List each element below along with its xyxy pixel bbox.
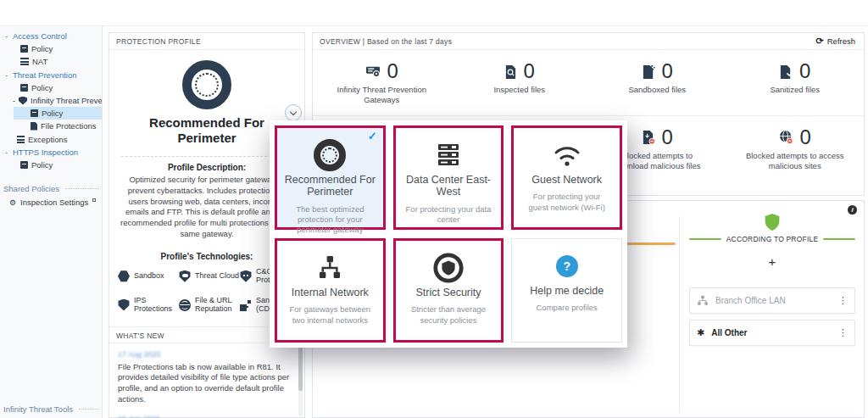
green-line xyxy=(689,238,721,240)
sanitize-cdr-icon xyxy=(240,299,252,311)
divider xyxy=(121,156,292,157)
whats-new-body: 17 Aug 2020 File Protections tab is now … xyxy=(109,343,304,418)
stat-itp-gateways: 0 Infinity Threat Prevention Gateways xyxy=(313,50,451,115)
perimeter-ring-icon xyxy=(314,139,346,171)
external-link-icon xyxy=(92,198,96,202)
sidebar-item-inspection-settings[interactable]: ⚙ Inspection Settings xyxy=(0,196,103,209)
profile-description: Optimized security for perimeter gateway… xyxy=(120,175,294,240)
stat-label: Sanitized files xyxy=(770,85,820,95)
threat-cloud-icon xyxy=(179,270,191,282)
ips-shield-icon xyxy=(118,299,130,311)
stat-sanitized-files: 0 Sanitized files xyxy=(726,50,865,115)
dotted-leader xyxy=(65,188,99,189)
profile-card-title: Guest Network xyxy=(514,174,620,186)
profile-ring-icon xyxy=(182,60,231,109)
kebab-menu-icon[interactable]: ⋮ xyxy=(838,295,848,306)
sandboxed-file-icon xyxy=(642,64,655,79)
sidebar-item-https-policy[interactable]: Policy xyxy=(0,159,103,171)
green-line xyxy=(823,238,855,240)
profile-card-description: For protecting your data center xyxy=(396,204,502,226)
profile-card-title: Help me decide xyxy=(512,285,621,297)
sidebar-item-itp-policy-selected[interactable]: Policy xyxy=(14,107,103,120)
tech-sandbox: Sandbox xyxy=(118,268,179,285)
profile-card-description: Compare profiles xyxy=(512,303,621,313)
cc-protection-icon xyxy=(240,270,252,282)
tech-file-url-reputation: File & URL Reputation xyxy=(179,297,240,314)
wifi-icon xyxy=(552,143,582,167)
help-question-icon: ? xyxy=(556,255,578,277)
sidebar-item-file-protections[interactable]: File Protections xyxy=(0,120,103,132)
according-to-profile-column: ACCORDING TO PROFILE + Branch Office LAN… xyxy=(689,213,855,346)
globe-icon xyxy=(179,299,191,311)
policy-book-icon xyxy=(20,84,28,92)
profile-card-title: Internal Network xyxy=(277,287,383,298)
stat-value: 0 xyxy=(662,125,673,149)
profile-card-title: Data Center East-West xyxy=(396,174,502,198)
blocked-globe-icon xyxy=(779,130,793,145)
kebab-menu-icon[interactable]: ⋮ xyxy=(838,327,848,338)
exceptions-grid-icon xyxy=(17,136,25,143)
scrollbar-thumb[interactable] xyxy=(298,343,303,391)
collapse-caret-icon: - xyxy=(5,148,9,157)
sandbox-icon xyxy=(118,270,130,282)
stat-sandboxed-files: 0 Sandboxed files xyxy=(588,50,726,115)
stat-blocked-sites: 0 Blocked attempts to access malicious s… xyxy=(726,116,865,195)
stat-value: 0 xyxy=(387,59,398,83)
profile-card-title: Strict Security xyxy=(396,287,502,298)
profile-card-strict-security[interactable]: Strict Security Stricter than average se… xyxy=(393,238,504,343)
policy-book-icon xyxy=(20,161,28,169)
infinity-tp-shield-icon xyxy=(19,97,27,105)
profile-name: Recommended For Perimeter xyxy=(131,115,283,146)
nat-grid-icon xyxy=(20,58,29,65)
policy-sidebar: - Access Control Policy NAT - Threat Pre… xyxy=(0,26,103,418)
add-gateway-button[interactable]: + xyxy=(689,254,855,269)
all-other-asterisk-icon: ✱ xyxy=(697,327,704,338)
sidebar-item-exceptions[interactable]: Exceptions xyxy=(0,133,103,146)
whats-new-text: File Protections tab is now available in… xyxy=(118,362,291,405)
profile-card-description: Stricter than average security policies xyxy=(396,304,502,326)
profile-card-description: For protecting your guest network (Wi-Fi… xyxy=(514,192,620,213)
profile-card-description: For gateways between two internal networ… xyxy=(277,304,383,326)
whats-new-date: 17 Aug 2020 xyxy=(118,349,291,359)
sidebar-item-infinity-threat-prevention[interactable]: - Infinity Threat Prevention xyxy=(0,94,103,107)
policy-book-icon xyxy=(31,109,38,117)
profile-dropdown-button[interactable] xyxy=(285,104,302,121)
profile-card-title: Recommended For Perimeter xyxy=(277,174,383,198)
server-stack-icon xyxy=(434,143,463,167)
gateway-card-all-other[interactable]: ✱ All Other ⋮ xyxy=(689,320,855,346)
tech-threat-cloud: Threat Cloud xyxy=(179,268,240,285)
stat-label: Sandboxed files xyxy=(628,85,686,95)
profile-card-internal-network[interactable]: Internal Network For gateways between tw… xyxy=(275,238,386,343)
sidebar-item-access-policy[interactable]: Policy xyxy=(0,42,103,55)
stat-inspected-files: 0 Inspected files xyxy=(451,50,589,115)
sidebar-section-infinity-threat-tools: Infinity Threat Tools xyxy=(0,403,103,415)
network-tree-icon xyxy=(697,295,709,306)
blocked-file-icon xyxy=(642,130,655,145)
sidebar-item-nat[interactable]: NAT xyxy=(0,55,103,68)
profile-card-guest-network[interactable]: Guest Network For protecting your guest … xyxy=(511,125,622,230)
strict-security-icon xyxy=(432,252,465,284)
collapse-caret-icon: - xyxy=(13,97,15,105)
whats-new-date: 16 Jun 2020 xyxy=(118,414,291,418)
according-to-profile-label: ACCORDING TO PROFILE xyxy=(726,235,819,243)
sidebar-item-tp-policy[interactable]: Policy xyxy=(0,81,103,94)
gateway-name: All Other xyxy=(711,328,832,337)
sanitized-file-icon xyxy=(779,64,793,79)
help-me-decide-card[interactable]: ? Help me decide Compare profiles xyxy=(511,238,622,343)
profile-card-recommended-for-perimeter[interactable]: ✓ Recommended For Perimeter The best opt… xyxy=(275,125,386,230)
stat-value: 0 xyxy=(799,59,810,83)
sidebar-section-https-inspection[interactable]: - HTTPS Inspection xyxy=(0,146,103,159)
refresh-button[interactable]: ⟳ Refresh xyxy=(816,36,855,47)
profile-card-data-center-east-west[interactable]: Data Center East-West For protecting you… xyxy=(393,125,504,230)
wrench-icon: ⚙ xyxy=(8,198,17,207)
stat-label: Blocked attempts to access malicious sit… xyxy=(742,151,848,172)
stat-value: 0 xyxy=(524,59,535,83)
gateway-card-branch-office-lan[interactable]: Branch Office LAN ⋮ xyxy=(689,287,855,314)
stat-label: Infinity Threat Prevention Gateways xyxy=(329,85,435,106)
sidebar-section-access-control[interactable]: - Access Control xyxy=(0,30,103,42)
gateway-icon xyxy=(365,64,381,78)
green-shield-icon xyxy=(764,213,781,231)
profile-card-description: The best optimized protection for your p… xyxy=(277,204,383,236)
internal-network-tree-icon xyxy=(316,255,343,281)
sidebar-section-threat-prevention[interactable]: - Threat Prevention xyxy=(0,69,103,81)
